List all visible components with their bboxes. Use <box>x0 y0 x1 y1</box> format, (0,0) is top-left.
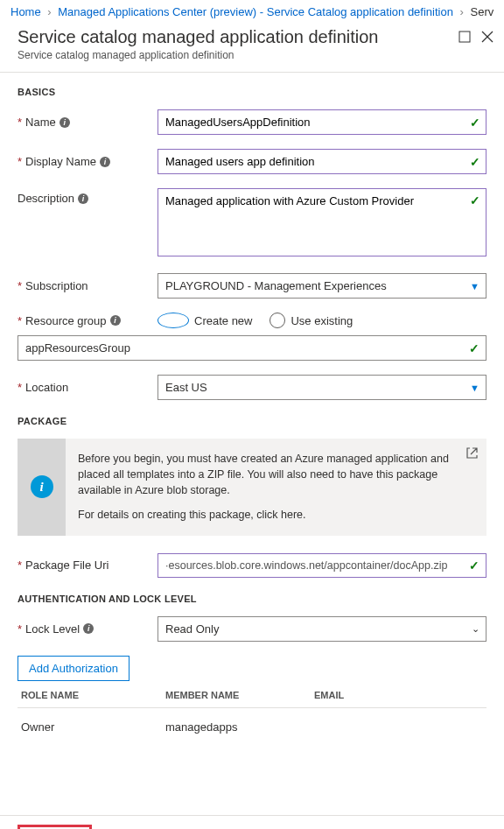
description-label: Description <box>18 192 74 205</box>
add-authorization-button[interactable]: Add Authorization <box>18 656 130 681</box>
check-icon: ✓ <box>470 193 480 207</box>
location-label: Location <box>25 381 68 394</box>
page-subtitle: Service catalog managed application defi… <box>0 49 504 68</box>
check-icon: ✓ <box>470 116 480 130</box>
subscription-select[interactable]: PLAYGROUND - Management Experiences <box>158 273 486 299</box>
displayname-label: Display Name <box>25 155 96 168</box>
name-label: Name <box>25 116 56 129</box>
svg-rect-0 <box>459 32 470 42</box>
check-icon: ✓ <box>469 559 480 573</box>
breadcrumb-home[interactable]: Home <box>10 5 41 18</box>
displayname-input[interactable] <box>158 149 486 174</box>
cell-member: managedapps <box>165 720 314 734</box>
radio-use-existing[interactable]: Use existing <box>270 313 353 328</box>
packageuri-input[interactable]: ·esources.blob.core.windows.net/appconta… <box>158 553 486 578</box>
check-icon: ✓ <box>470 155 480 169</box>
breadcrumb-truncated: Serv <box>471 5 494 18</box>
info-icon[interactable]: i <box>60 117 70 128</box>
radio-create-new[interactable]: Create new <box>158 313 252 328</box>
maximize-icon[interactable] <box>458 31 471 46</box>
location-select[interactable]: East US <box>158 375 486 400</box>
close-icon[interactable] <box>481 31 494 46</box>
external-link-icon[interactable] <box>466 447 478 463</box>
cell-role: Owner <box>21 720 165 734</box>
subscription-label: Subscription <box>25 279 88 292</box>
create-highlight: Create <box>18 825 92 829</box>
info-icon[interactable]: i <box>78 193 88 204</box>
info-icon[interactable]: i <box>110 315 121 326</box>
info-icon: i <box>31 475 53 498</box>
check-icon: ✓ <box>469 341 480 355</box>
page-title: Service catalog managed application defi… <box>18 27 458 47</box>
col-member: MEMBER NAME <box>165 690 314 700</box>
description-input[interactable]: Managed application with Azure Custom Pr… <box>158 188 486 256</box>
info-text-2: For details on creating this package, cl… <box>78 507 460 523</box>
cell-email <box>314 720 483 734</box>
col-email: EMAIL <box>314 690 483 700</box>
chevron-right-icon: › <box>47 5 51 18</box>
packageuri-label: Package File Uri <box>25 559 108 572</box>
info-icon[interactable]: i <box>100 157 110 167</box>
info-icon[interactable]: i <box>83 623 94 634</box>
resourcegroup-input[interactable]: appResourcesGroup <box>25 341 130 355</box>
table-row: Owner managedapps <box>18 708 486 746</box>
info-text-1: Before you begin, you must have created … <box>78 451 460 498</box>
locklevel-select[interactable]: Read Only <box>158 616 486 642</box>
resourcegroup-label: Resource group <box>25 314 107 327</box>
breadcrumb-center[interactable]: Managed Applications Center (preview) - … <box>58 5 453 18</box>
breadcrumb: Home › Managed Applications Center (prev… <box>0 0 504 24</box>
name-input[interactable] <box>158 109 486 135</box>
section-package: PACKAGE <box>18 416 486 426</box>
locklevel-label: Lock Level <box>25 622 80 636</box>
section-basics: BASICS <box>18 87 486 97</box>
col-role: ROLE NAME <box>21 690 165 700</box>
info-box: i Before you begin, you must have create… <box>18 439 486 536</box>
section-auth: AUTHENTICATION AND LOCK LEVEL <box>18 594 486 604</box>
chevron-right-icon: › <box>460 5 464 18</box>
